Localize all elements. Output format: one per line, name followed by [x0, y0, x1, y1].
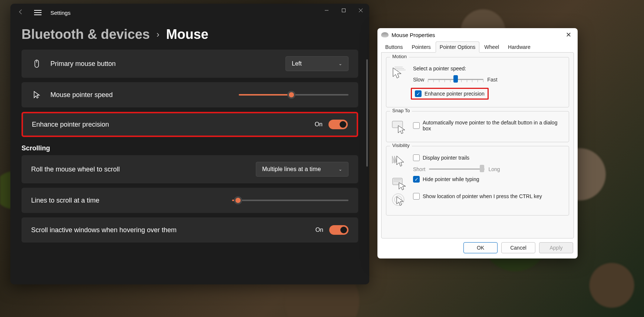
enhance-pointer-precision-toggle[interactable] [328, 120, 348, 129]
checkbox-icon [415, 90, 422, 97]
snapto-legend: Snap To [390, 108, 412, 113]
close-button[interactable]: ✕ [563, 31, 574, 39]
checkbox-icon [413, 176, 420, 183]
cancel-button[interactable]: Cancel [501, 242, 535, 253]
slow-label: Slow [413, 77, 424, 83]
roll-wheel-value: Multiple lines at a time [262, 166, 321, 173]
pointer-trails-checkbox[interactable]: Display pointer trails [413, 154, 564, 161]
breadcrumb-current: Mouse [166, 27, 208, 42]
scroll-inactive-label: Scroll inactive windows when hovering ov… [31, 226, 176, 234]
scroll-inactive-state: On [316, 227, 323, 233]
short-label: Short [413, 166, 425, 172]
tab-pointers[interactable]: Pointers [407, 41, 435, 52]
scrolling-section-title: Scrolling [10, 137, 369, 155]
checkbox-icon [413, 122, 420, 129]
breadcrumb-parent[interactable]: Bluetooth & devices [22, 27, 150, 42]
roll-wheel-dropdown[interactable]: Multiple lines at a time ⌄ [256, 162, 349, 177]
chevron-down-icon: ⌄ [338, 167, 342, 172]
chevron-down-icon: ⌄ [338, 61, 342, 66]
lines-to-scroll-label: Lines to scroll at a time [31, 197, 99, 204]
settings-rows: Primary mouse button Left ⌄ Mouse pointe… [10, 50, 369, 137]
minimize-button[interactable] [318, 4, 335, 17]
window-controls [318, 4, 369, 17]
roll-wheel-label: Roll the mouse wheel to scroll [31, 166, 120, 173]
pointer-trails-text: Display pointer trails [423, 155, 469, 161]
ctrl-locate-text: Show location of pointer when I press th… [423, 193, 542, 199]
primary-mouse-button-dropdown[interactable]: Left ⌄ [285, 56, 349, 71]
checkbox-icon [413, 193, 420, 200]
snapto-checkbox[interactable]: Automatically move pointer to the defaul… [413, 120, 564, 131]
tab-buttons[interactable]: Buttons [381, 41, 407, 52]
enhance-pointer-precision-state: On [315, 121, 323, 128]
scroll-inactive-toggle[interactable] [329, 225, 349, 235]
scroll-inactive-row: Scroll inactive windows when hovering ov… [22, 217, 358, 243]
close-button[interactable] [352, 4, 369, 17]
hamburger-menu-icon[interactable] [34, 10, 42, 15]
mouse-properties-window: Mouse Properties ✕ Buttons Pointers Poin… [377, 28, 578, 258]
fast-label: Fast [487, 77, 497, 83]
scrolling-rows: Roll the mouse wheel to scroll Multiple … [10, 155, 369, 243]
lines-to-scroll-row: Lines to scroll at a time [22, 188, 358, 213]
pointer-speed-slider[interactable] [239, 90, 349, 99]
tab-wheel[interactable]: Wheel [480, 41, 503, 52]
long-label: Long [488, 166, 500, 172]
tab-hardware[interactable]: Hardware [504, 41, 535, 52]
dialog-buttons: OK Cancel Apply [377, 242, 578, 258]
primary-mouse-button-value: Left [292, 60, 302, 67]
settings-window: Settings Bluetooth & devices › Mouse Pri… [10, 4, 369, 284]
mouse-icon [381, 32, 389, 37]
tab-body: Motion Select a pointer speed: Slow [381, 52, 574, 238]
svg-rect-1 [342, 9, 346, 12]
ctrl-locate-icon [392, 193, 406, 208]
tab-pointer-options[interactable]: Pointer Options [436, 41, 480, 52]
primary-mouse-button-row: Primary mouse button Left ⌄ [22, 50, 358, 78]
checkbox-icon [413, 154, 420, 161]
props-title: Mouse Properties [392, 32, 435, 38]
snapto-group: Snap To Automatically move pointer to th… [386, 111, 569, 142]
breadcrumb: Bluetooth & devices › Mouse [10, 21, 369, 50]
visibility-group: Visibility Display pointer trails [386, 146, 569, 216]
visibility-legend: Visibility [390, 143, 412, 148]
snapto-text: Automatically move pointer to the defaul… [423, 120, 564, 131]
app-title: Settings [50, 10, 70, 16]
ok-button[interactable]: OK [463, 242, 498, 253]
pointer-speed-slider[interactable]: Slow Fast [413, 75, 564, 84]
apply-button[interactable]: Apply [539, 242, 573, 253]
titlebar: Settings [10, 4, 369, 21]
hide-pointer-text: Hide pointer while typing [423, 176, 479, 182]
hide-pointer-checkbox[interactable]: Hide pointer while typing [413, 176, 564, 183]
tabs: Buttons Pointers Pointer Options Wheel H… [377, 41, 578, 52]
motion-group: Motion Select a pointer speed: Slow [386, 57, 569, 107]
back-button[interactable] [13, 9, 28, 17]
scrollbar[interactable] [366, 59, 368, 167]
pointer-speed-label: Select a pointer speed: [413, 66, 564, 71]
primary-mouse-button-label: Primary mouse button [50, 60, 116, 68]
roll-wheel-row: Roll the mouse wheel to scroll Multiple … [22, 155, 358, 183]
chevron-right-icon: › [156, 29, 159, 40]
pointer-trails-slider: Short Long [413, 165, 564, 174]
ctrl-locate-checkbox[interactable]: Show location of pointer when I press th… [413, 193, 564, 200]
enhance-pointer-precision-row: Enhance pointer precision On [22, 112, 358, 137]
maximize-button[interactable] [335, 4, 352, 17]
snapto-icon [392, 120, 406, 134]
props-titlebar: Mouse Properties ✕ [377, 28, 578, 41]
enhance-pointer-precision-label: Enhance pointer precision [32, 121, 109, 129]
enhance-pointer-precision-text: Enhance pointer precision [425, 91, 485, 97]
pointer-trails-icon [392, 154, 406, 169]
cursor-icon [31, 90, 42, 99]
motion-legend: Motion [390, 54, 409, 59]
pointer-speed-label: Mouse pointer speed [50, 91, 113, 99]
motion-cursor-icon [392, 66, 406, 80]
enhance-pointer-precision-checkbox[interactable]: Enhance pointer precision [415, 90, 485, 97]
lines-to-scroll-slider[interactable] [232, 196, 349, 205]
hide-pointer-icon [392, 176, 406, 191]
pointer-speed-row: Mouse pointer speed [22, 82, 358, 107]
mouse-icon [31, 59, 42, 68]
svg-rect-6 [392, 121, 403, 128]
